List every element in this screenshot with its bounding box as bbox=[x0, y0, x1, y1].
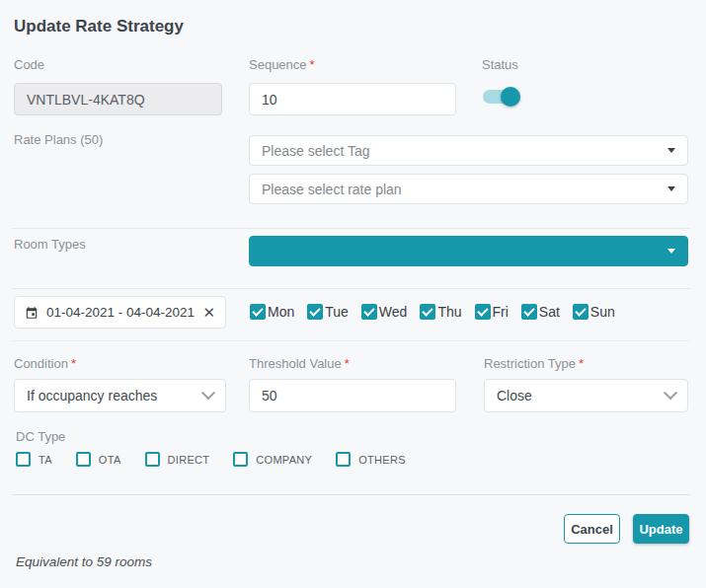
dc-checkbox-ta[interactable]: TA bbox=[16, 452, 52, 467]
room-types-label: Room Types bbox=[14, 237, 86, 252]
footer-note: Equivalent to 59 rooms bbox=[16, 554, 152, 569]
day-checkbox-wed[interactable]: Wed bbox=[361, 304, 408, 320]
required-asterisk: * bbox=[579, 356, 584, 371]
dc-checkbox-company[interactable]: COMPANY bbox=[233, 452, 312, 467]
tag-select-placeholder: Please select Tag bbox=[262, 143, 667, 159]
checkbox-checked-icon[interactable] bbox=[361, 304, 377, 320]
checkbox-unchecked-icon[interactable] bbox=[76, 452, 91, 467]
condition-select[interactable]: If occupancy reaches bbox=[14, 379, 226, 412]
sequence-label: Sequence* bbox=[249, 57, 315, 72]
caret-down-icon bbox=[667, 186, 675, 191]
required-asterisk: * bbox=[71, 356, 76, 371]
tag-select[interactable]: Please select Tag bbox=[249, 135, 688, 166]
divider bbox=[12, 228, 690, 229]
checkbox-checked-icon[interactable] bbox=[573, 304, 588, 320]
status-label: Status bbox=[482, 57, 518, 72]
rate-plans-label: Rate Plans (50) bbox=[14, 132, 103, 147]
checkbox-checked-icon[interactable] bbox=[420, 304, 435, 320]
caret-down-icon bbox=[667, 148, 675, 153]
chevron-down-icon bbox=[664, 386, 677, 400]
day-checkbox-sun[interactable]: Sun bbox=[573, 304, 615, 320]
caret-down-icon bbox=[667, 249, 675, 254]
dc-checkbox-ota[interactable]: OTA bbox=[76, 452, 121, 467]
divider bbox=[12, 288, 690, 289]
day-checkbox-mon[interactable]: Mon bbox=[250, 304, 294, 320]
clear-date-icon[interactable]: ✕ bbox=[202, 305, 215, 320]
status-toggle[interactable] bbox=[483, 90, 518, 104]
days-checkbox-group: Mon Tue Wed Thu Fri Sat Sun bbox=[250, 304, 615, 320]
threshold-input[interactable] bbox=[249, 379, 456, 412]
checkbox-checked-icon[interactable] bbox=[521, 304, 537, 320]
rate-plan-select-placeholder: Please select rate plan bbox=[262, 182, 667, 197]
dc-type-label: DC Type bbox=[16, 429, 65, 444]
rate-plan-select[interactable]: Please select rate plan bbox=[249, 174, 688, 204]
sequence-input[interactable] bbox=[249, 83, 456, 115]
condition-value: If occupancy reaches bbox=[27, 388, 203, 404]
checkbox-checked-icon[interactable] bbox=[250, 304, 266, 320]
chevron-down-icon bbox=[201, 386, 215, 400]
toggle-knob bbox=[501, 87, 520, 107]
calendar-icon[interactable] bbox=[25, 306, 39, 320]
checkbox-unchecked-icon[interactable] bbox=[145, 452, 160, 467]
code-label: Code bbox=[14, 57, 44, 72]
dc-checkbox-others[interactable]: OTHERS bbox=[336, 452, 406, 467]
cancel-button[interactable]: Cancel bbox=[564, 514, 620, 544]
required-asterisk: * bbox=[310, 57, 315, 72]
checkbox-checked-icon[interactable] bbox=[475, 304, 491, 320]
checkbox-unchecked-icon[interactable] bbox=[233, 452, 248, 467]
code-input[interactable] bbox=[14, 83, 222, 115]
condition-label: Condition* bbox=[14, 356, 76, 371]
day-checkbox-fri[interactable]: Fri bbox=[475, 304, 509, 320]
day-checkbox-tue[interactable]: Tue bbox=[307, 304, 349, 320]
day-checkbox-sat[interactable]: Sat bbox=[521, 304, 560, 320]
restriction-type-label: Restriction Type* bbox=[484, 356, 584, 371]
day-checkbox-thu[interactable]: Thu bbox=[420, 304, 461, 320]
date-range-input[interactable]: 01-04-2021 - 04-04-2021 ✕ bbox=[14, 296, 226, 329]
threshold-label: Threshold Value* bbox=[249, 356, 350, 371]
dc-type-checkbox-group: TA OTA DIRECT COMPANY OTHERS bbox=[16, 452, 406, 467]
divider bbox=[12, 340, 690, 341]
restriction-type-value: Close bbox=[497, 388, 666, 404]
room-types-select[interactable] bbox=[249, 236, 688, 266]
divider bbox=[12, 494, 690, 495]
checkbox-unchecked-icon[interactable] bbox=[16, 452, 31, 467]
checkbox-unchecked-icon[interactable] bbox=[336, 452, 351, 467]
restriction-type-select[interactable]: Close bbox=[484, 379, 688, 412]
page-title: Update Rate Strategy bbox=[14, 17, 184, 37]
checkbox-checked-icon[interactable] bbox=[307, 304, 323, 320]
update-button[interactable]: Update bbox=[633, 514, 689, 544]
required-asterisk: * bbox=[345, 356, 350, 371]
dc-checkbox-direct[interactable]: DIRECT bbox=[145, 452, 210, 467]
date-range-value: 01-04-2021 - 04-04-2021 bbox=[46, 305, 195, 320]
